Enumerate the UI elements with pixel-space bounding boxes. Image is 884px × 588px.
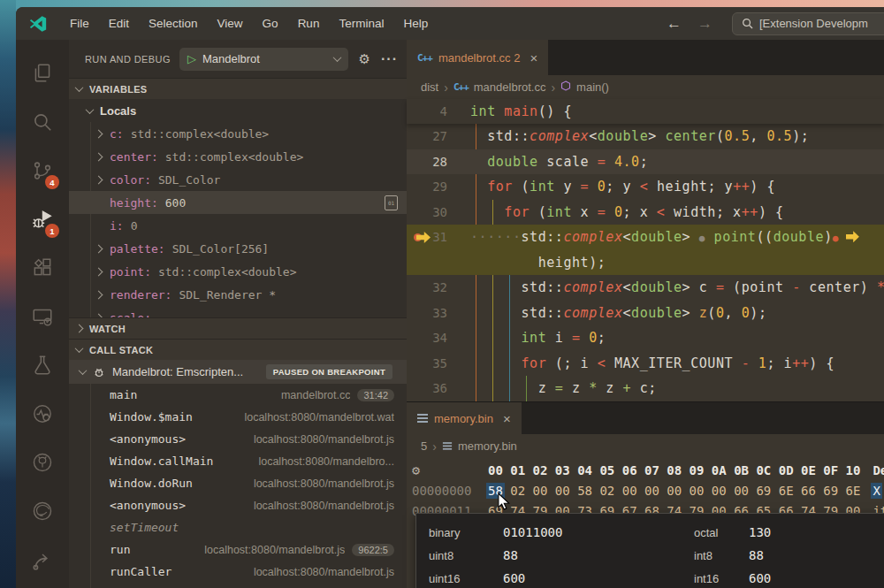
variables-section-header[interactable]: VARIABLES <box>69 78 407 99</box>
code-line-32[interactable]: 32 std::complex<double> c = (point - cen… <box>407 275 884 301</box>
cpp-file-icon: C++ <box>417 52 432 64</box>
start-debug-icon[interactable]: ▷ <box>187 52 196 65</box>
activity-item-explorer[interactable] <box>21 49 64 97</box>
line-number[interactable]: 34 <box>407 331 447 345</box>
activity-item-live-share[interactable] <box>21 535 64 584</box>
code-line-33[interactable]: 33 std::complex<double> z(0, 0); <box>407 301 884 326</box>
stack-frame-row[interactable]: <anonymous>localhost:8080/mandelbrot.js <box>69 494 407 516</box>
locals-scope-row[interactable]: Locals <box>69 99 407 122</box>
activity-item-source-control[interactable]: 4 <box>21 146 64 195</box>
activity-item-github[interactable] <box>21 438 64 486</box>
stack-frame-row[interactable]: setTimeout <box>69 516 407 538</box>
paused-on-breakpoint-badge: PAUSED ON BREAKPOINT <box>266 364 392 379</box>
stack-frame-row[interactable]: <anonymous>localhost:8080/mandelbrot.js <box>69 428 407 450</box>
activity-item-extensions[interactable] <box>21 243 64 292</box>
stack-frame-row[interactable]: Window.doRunlocalhost:8080/mandelbrot.js <box>69 472 407 494</box>
hex-row-00000000[interactable]: 0000000058 02 00 00 58 02 00 00 00 00 00… <box>407 480 884 500</box>
activity-item-remote-explorer[interactable] <box>21 292 64 340</box>
chevron-right-icon[interactable] <box>95 313 103 317</box>
code-line-36[interactable]: 36 z = z * z + c; <box>407 376 884 401</box>
code-line-37[interactable]: 37 if (abs(z) > 2) break; <box>407 401 884 402</box>
menu-bar: FileEditSelectionViewGoRunTerminalHelp <box>60 13 438 34</box>
variable-row-point[interactable]: point:std::complex<double> <box>69 260 407 283</box>
code-line-35[interactable]: 35 for (; i < MAX_ITER_COUNT - 1; i++) { <box>407 351 884 377</box>
activity-item-edge-devtools[interactable] <box>21 486 64 535</box>
line-number[interactable]: 29 <box>407 179 447 194</box>
line-number[interactable]: 27 <box>407 129 447 143</box>
chevron-right-icon[interactable] <box>95 129 103 138</box>
menu-view[interactable]: View <box>208 13 253 34</box>
stack-frame-row[interactable]: Window.callMainlocalhost:8080/mandelbro.… <box>69 450 407 472</box>
code-line-27[interactable]: 27 std::complex<double> center(0.5, 0.5)… <box>407 124 884 149</box>
watch-section-header[interactable]: WATCH <box>69 317 407 339</box>
line-number[interactable]: 30 <box>407 205 447 219</box>
code-line-31[interactable]: 31······std::complex<double> ● point((do… <box>407 225 884 250</box>
code-line-30[interactable]: 30 for (int x = 0; x < width; x++) { <box>407 200 884 225</box>
variable-row-c[interactable]: c:std::complex<double> <box>69 122 407 145</box>
chevron-right-icon[interactable] <box>95 175 103 184</box>
tab-memory-bin[interactable]: memory.bin × <box>407 402 522 434</box>
tab-mandelbrot-cc[interactable]: C++ mandelbrot.cc 2 × <box>407 40 548 75</box>
breadcrumb-file[interactable]: memory.bin <box>458 439 517 453</box>
close-icon[interactable]: × <box>530 50 537 65</box>
menu-edit[interactable]: Edit <box>99 13 139 34</box>
debug-session-row[interactable]: Mandelbrot: Emscripten... PAUSED ON BREA… <box>69 360 407 384</box>
activity-item-testing[interactable] <box>21 340 64 389</box>
variable-row-scale[interactable]: scale: <box>69 306 407 317</box>
activity-item-hex-inspector[interactable] <box>21 389 64 438</box>
breadcrumb-folder[interactable]: dist <box>421 80 438 94</box>
menu-run[interactable]: Run <box>288 13 330 34</box>
menu-terminal[interactable]: Terminal <box>329 13 393 34</box>
stack-frame-row[interactable]: mainmandelbrot.cc31:42 <box>69 384 407 406</box>
menu-help[interactable]: Help <box>393 13 438 34</box>
chevron-right-icon[interactable] <box>95 267 103 276</box>
back-button[interactable]: ← <box>661 15 687 33</box>
call-stack-section-header[interactable]: CALL STACK <box>69 339 407 360</box>
variable-row-i[interactable]: i:0 <box>69 214 407 237</box>
menu-go[interactable]: Go <box>253 13 288 34</box>
activity-item-run-and-debug[interactable]: 1 <box>21 195 64 243</box>
line-number[interactable]: 28 <box>407 155 447 169</box>
line-number[interactable]: 32 <box>407 280 447 294</box>
breadcrumb-file[interactable]: mandelbrot.cc <box>474 80 546 94</box>
paused-breakpoint-arrow-icon[interactable] <box>414 232 431 243</box>
hex-bytes[interactable]: 58 02 00 00 58 02 00 00 00 00 00 00 69 6… <box>488 484 860 498</box>
stack-frame-row[interactable]: runCallerlocalhost:8080/mandelbrot.js <box>69 561 407 583</box>
activity-item-search[interactable] <box>21 97 64 146</box>
chevron-right-icon[interactable] <box>95 152 103 161</box>
variable-row-renderer[interactable]: renderer:SDL_Renderer * <box>69 283 407 306</box>
line-number[interactable]: 35 <box>407 356 447 370</box>
menu-file[interactable]: File <box>60 13 99 34</box>
stack-frame-row[interactable]: runlocalhost:8080/mandelbrot.js9622:5 <box>69 538 407 561</box>
chevron-right-icon[interactable] <box>95 244 103 253</box>
variable-row-palette[interactable]: palette:SDL_Color[256] <box>69 237 407 260</box>
chevron-right-icon[interactable] <box>95 290 103 299</box>
line-number[interactable]: 33 <box>407 306 447 320</box>
variable-row-center[interactable]: center:std::complex<double> <box>69 145 407 168</box>
frame-source: localhost:8080/mandelbro... <box>258 455 394 468</box>
selected-decoded-char[interactable]: X <box>871 483 881 499</box>
stack-frame-row[interactable]: Window.$mainlocalhost:8080/mandelbrot.wa… <box>69 406 407 428</box>
code-line-wrap[interactable]: height); <box>407 250 884 276</box>
command-center-search[interactable]: [Extension Developm <box>732 12 884 35</box>
decoded-text[interactable]: X <box>873 484 880 498</box>
menu-selection[interactable]: Selection <box>139 13 208 34</box>
code-line-34[interactable]: 34 int i = 0; <box>407 325 884 351</box>
code-line-29[interactable]: 29 for (int y = 0; y < height; y++) { <box>407 174 884 200</box>
more-actions-button[interactable]: ··· <box>381 51 398 67</box>
hex-settings-gear-icon[interactable]: ⚙ <box>412 462 420 478</box>
breadcrumb-symbol[interactable]: main() <box>576 80 609 94</box>
code-editor[interactable]: 27 std::complex<double> center(0.5, 0.5)… <box>407 124 884 401</box>
view-binary-icon[interactable]: 01 <box>385 195 398 210</box>
breadcrumb-group[interactable]: 5 <box>421 439 427 453</box>
forward-button[interactable]: → <box>692 15 718 33</box>
variable-row-height[interactable]: height:60001 <box>69 191 407 214</box>
launch-config-dropdown[interactable]: ▷ Mandelbrot <box>179 48 348 71</box>
close-icon[interactable]: × <box>503 411 511 426</box>
code-line-28[interactable]: 28 double scale = 4.0; <box>407 149 884 175</box>
line-number[interactable]: 36 <box>407 381 447 395</box>
variable-value: SDL_Renderer * <box>179 288 276 302</box>
variable-row-color[interactable]: color:SDL_Color <box>69 168 407 191</box>
sticky-scroll-line[interactable]: 4 int main() { <box>407 99 884 124</box>
gear-icon[interactable]: ⚙ <box>359 51 370 67</box>
